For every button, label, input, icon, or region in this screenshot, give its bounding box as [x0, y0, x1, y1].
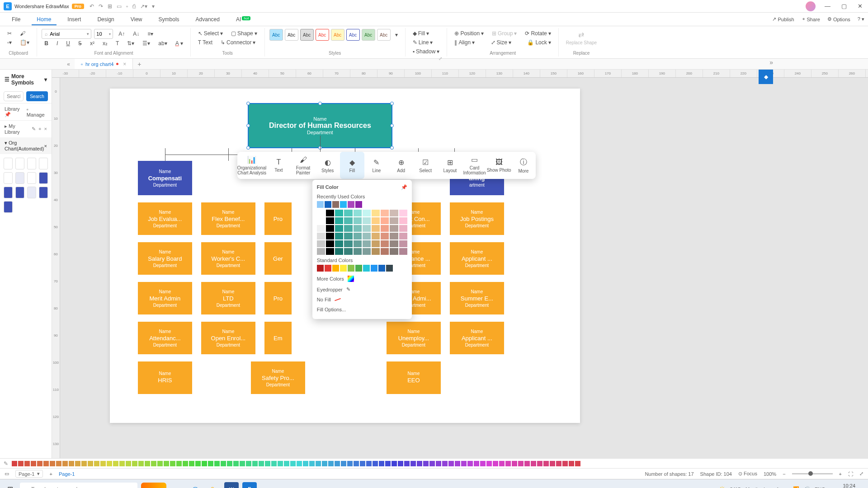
palette-color[interactable] [183, 461, 188, 466]
tab-design[interactable]: Design [89, 14, 122, 25]
color-swatch[interactable] [372, 210, 380, 216]
color-swatch[interactable] [399, 217, 407, 224]
focus-button[interactable]: ⊙ Focus [738, 471, 757, 477]
text-tool[interactable]: T Text [195, 38, 215, 47]
palette-color[interactable] [417, 461, 422, 466]
palette-color[interactable] [164, 461, 169, 466]
palette-color[interactable] [24, 461, 30, 466]
palette-color[interactable] [126, 461, 131, 466]
palette-color[interactable] [575, 461, 580, 466]
color-swatch[interactable] [317, 217, 325, 224]
color-swatch[interactable] [326, 248, 334, 255]
fit-page-icon[interactable]: ⛶ [848, 471, 853, 477]
color-swatch[interactable] [354, 225, 362, 232]
palette-color[interactable] [233, 461, 239, 466]
palette-color[interactable] [486, 461, 492, 466]
color-swatch[interactable] [326, 217, 334, 224]
share-button[interactable]: ⚬ Share [802, 16, 820, 22]
org-card[interactable]: Pro [264, 282, 292, 314]
case-icon[interactable]: T [113, 39, 122, 48]
palette-color[interactable] [31, 461, 36, 466]
palette-color[interactable] [366, 461, 372, 466]
palette-color[interactable] [176, 461, 182, 466]
palette-color[interactable] [88, 461, 93, 466]
palette-color[interactable] [18, 461, 24, 466]
color-swatch[interactable] [344, 225, 352, 232]
fill-options-button[interactable]: Fill Options... [317, 305, 407, 314]
edrawmax-icon[interactable]: E [242, 482, 257, 488]
palette-color[interactable] [442, 461, 448, 466]
palette-color[interactable] [467, 461, 473, 466]
symbol-thumb[interactable] [4, 187, 13, 198]
close-lib-icon[interactable]: × [44, 126, 47, 132]
align-button[interactable]: ‖ Align▾ [452, 38, 477, 47]
color-swatch[interactable] [390, 210, 398, 216]
maximize-button[interactable]: ▢ [840, 3, 849, 9]
linespace-icon[interactable]: ⇅▾ [124, 39, 137, 48]
open-icon[interactable]: ▭ [117, 3, 122, 9]
palette-color[interactable] [170, 461, 175, 466]
font-dec-icon[interactable]: A↓ [130, 29, 142, 38]
save-icon[interactable]: ▫ [126, 3, 128, 9]
color-swatch[interactable] [335, 210, 343, 216]
style-swatch-4[interactable]: Abc [316, 29, 329, 41]
wifi-icon[interactable]: 📶 [793, 486, 799, 488]
org-card[interactable]: NameFlex Benef...Department [201, 202, 255, 235]
palette-color[interactable] [265, 461, 270, 466]
palette-color[interactable] [423, 461, 429, 466]
ft-show-photo[interactable]: 🖼Show Photo [487, 152, 511, 179]
cut-icon[interactable]: ✂ [5, 29, 14, 38]
tab-file[interactable]: File [4, 14, 28, 25]
color-swatch[interactable] [344, 210, 352, 216]
org-head[interactable]: NameCompensatiDepartment [138, 161, 192, 195]
selection-handle[interactable] [318, 102, 322, 105]
org-card[interactable]: NameHRIS [138, 361, 192, 394]
color-swatch[interactable] [399, 240, 407, 247]
color-swatch[interactable] [399, 225, 407, 232]
color-swatch[interactable] [340, 265, 347, 272]
ft-layout[interactable]: ⊞Layout [438, 152, 462, 179]
org-root-node[interactable]: Name Director of Human Resources Departm… [248, 103, 392, 148]
palette-color[interactable] [392, 461, 397, 466]
dialog-launcher-icon[interactable]: ⤢ [410, 56, 443, 61]
color-swatch[interactable] [390, 233, 398, 239]
palette-color[interactable] [94, 461, 99, 466]
org-card[interactable]: NameJob PostingsDepartment [450, 202, 504, 235]
ft-styles[interactable]: ◐Styles [316, 152, 340, 179]
fill-dropdown[interactable]: ◆ Fill ▾ [410, 29, 443, 38]
palette-color[interactable] [379, 461, 384, 466]
color-swatch[interactable] [317, 201, 324, 208]
style-swatch-5[interactable]: Abc [331, 29, 344, 41]
color-swatch[interactable] [326, 233, 334, 239]
fill-tool-icon[interactable]: ◆ [759, 70, 773, 84]
ft-select[interactable]: ☑Select [413, 152, 438, 179]
view-mode-icon[interactable]: ▭ [5, 471, 9, 477]
fontcolor-icon[interactable]: A▾ [173, 39, 186, 48]
palette-color[interactable] [69, 461, 74, 466]
palette-color[interactable] [562, 461, 568, 466]
palette-color[interactable] [448, 461, 454, 466]
color-swatch[interactable] [355, 201, 362, 208]
add-page-button[interactable]: + [49, 471, 52, 477]
color-swatch[interactable] [378, 265, 385, 272]
ft-add[interactable]: ⊕Add [389, 152, 413, 179]
palette-color[interactable] [259, 461, 264, 466]
symbol-thumb[interactable] [4, 158, 13, 169]
palette-color[interactable] [480, 461, 486, 466]
italic-icon[interactable]: I [54, 39, 61, 48]
ft-fill[interactable]: ◆Fill [340, 152, 364, 179]
color-swatch[interactable] [399, 210, 407, 216]
selection-handle[interactable] [318, 146, 322, 150]
volume-icon[interactable]: 🔊 [804, 486, 810, 488]
nofill-button[interactable]: No Fill [317, 295, 407, 305]
export-icon[interactable]: ↗▾ [140, 3, 147, 9]
palette-color[interactable] [208, 461, 213, 466]
color-swatch[interactable] [332, 265, 339, 272]
color-swatch[interactable] [381, 225, 389, 232]
palette-color[interactable] [246, 461, 251, 466]
color-swatch[interactable] [399, 233, 407, 239]
color-swatch[interactable] [354, 233, 362, 239]
color-swatch[interactable] [317, 210, 325, 216]
language-icon[interactable]: ENG [815, 487, 826, 488]
page-tab[interactable]: Page-1 [59, 471, 75, 477]
